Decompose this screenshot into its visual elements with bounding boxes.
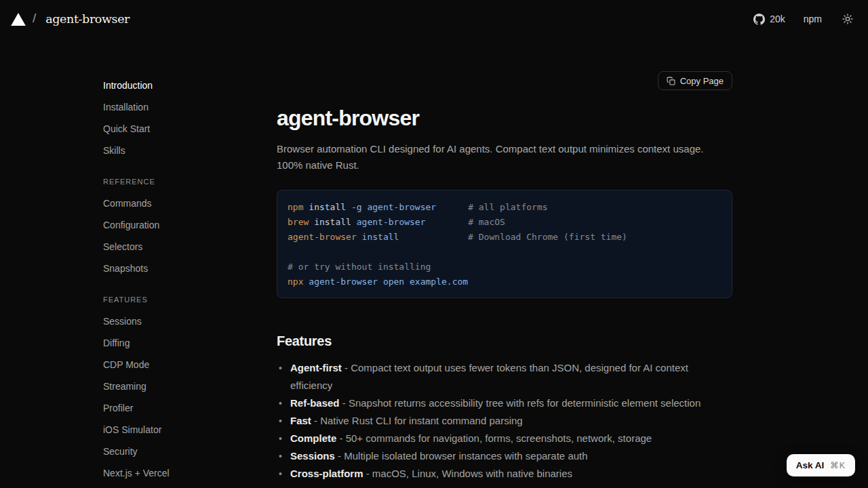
sun-icon [842,14,853,24]
sidebar-item-commands[interactable]: Commands [103,192,252,214]
copy-page-label: Copy Page [680,76,724,86]
feature-term: Sessions [290,450,335,462]
feature-item-agent-first: Agent-first - Compact text output uses f… [277,359,732,394]
page-subtitle: Browser automation CLI designed for AI a… [277,141,732,173]
feature-item-fast: Fast - Native Rust CLI for instant comma… [277,412,732,430]
sidebar-nav: IntroductionInstallationQuick StartSkill… [103,75,252,484]
sidebar-item-sessions[interactable]: Sessions [103,310,252,332]
sidebar-item-streaming[interactable]: Streaming [103,375,252,397]
features-list: Agent-first - Compact text output uses f… [277,359,732,483]
header-actions: 20k npm [753,14,853,25]
code-line [288,245,722,260]
feature-term: Fast [290,415,311,426]
feature-term: Complete [290,432,336,444]
theme-toggle-button[interactable] [842,14,853,24]
sidebar-heading-features: FEATURES [103,289,252,310]
sidebar-item-snapshots[interactable]: Snapshots [103,258,252,279]
sidebar-item-introduction[interactable]: Introduction [103,75,252,96]
sidebar-item-security[interactable]: Security [103,441,252,462]
sidebar-item-diffing[interactable]: Diffing [103,332,252,354]
copy-page-button[interactable]: Copy Page [658,71,732,90]
feature-term: Agent-first [290,362,342,373]
code-block: npm install -g agent-browser # all platf… [277,190,732,298]
sidebar-item-installation[interactable]: Installation [103,96,252,118]
breadcrumb-separator: / [33,11,36,26]
github-link[interactable]: 20k [753,14,785,25]
ask-ai-label: Ask AI [796,460,825,470]
feature-item-ref-based: Ref-based - Snapshot returns accessibili… [277,394,732,412]
github-star-count: 20k [770,14,785,24]
feature-item-cross-platform: Cross-platform - macOS, Linux, Windows w… [277,465,732,483]
code-line: brew install agent-browser # macOS [288,215,722,230]
command-k-shortcut: ⌘K [830,460,846,470]
copy-icon [667,77,675,85]
sidebar-item-quick-start[interactable]: Quick Start [103,118,252,140]
feature-desc: Native Rust CLI for instant command pars… [320,415,522,426]
sidebar-item-profiler[interactable]: Profiler [103,397,252,419]
feature-desc: Snapshot returns accessibility tree with… [349,397,701,409]
site-header: / agent-browser 20k npm [0,0,868,38]
sidebar-item-skills[interactable]: Skills [103,140,252,161]
feature-term: Cross-platform [290,468,363,479]
features-heading: Features [277,332,732,350]
vercel-triangle-icon[interactable] [11,13,26,26]
sidebar-heading-reference: REFERENCE [103,171,252,192]
github-icon [753,14,765,25]
code-line: npx agent-browser open example.com [288,274,722,289]
sidebar-item-cdp-mode[interactable]: CDP Mode [103,354,252,375]
feature-desc: Compact text output uses fewer tokens th… [290,362,688,391]
copy-row: Copy Page [277,71,732,90]
feature-desc: Multiple isolated browser instances with… [344,450,587,462]
page-title: agent-browser [277,105,732,131]
feature-desc: macOS, Linux, Windows with native binari… [372,468,572,479]
feature-desc: 50+ commands for navigation, forms, scre… [346,432,652,444]
header-breadcrumb: / agent-browser [11,12,130,26]
ask-ai-button[interactable]: Ask AI ⌘K [787,454,855,476]
site-title[interactable]: agent-browser [45,12,130,26]
sidebar-item-ios-simulator[interactable]: iOS Simulator [103,419,252,441]
npm-link[interactable]: npm [804,14,822,24]
code-line: agent-browser install # Download Chrome … [288,230,722,245]
code-line: # or try without installing [288,260,722,274]
feature-item-sessions: Sessions - Multiple isolated browser ins… [277,447,732,465]
sidebar-item-configuration[interactable]: Configuration [103,214,252,236]
feature-term: Ref-based [290,397,340,409]
sidebar-item-selectors[interactable]: Selectors [103,236,252,258]
main-content: Copy Page agent-browser Browser automati… [277,71,732,483]
feature-item-complete: Complete - 50+ commands for navigation, … [277,430,732,447]
sidebar-item-next-js-vercel[interactable]: Next.js + Vercel [103,462,252,484]
code-line: npm install -g agent-browser # all platf… [288,200,722,215]
